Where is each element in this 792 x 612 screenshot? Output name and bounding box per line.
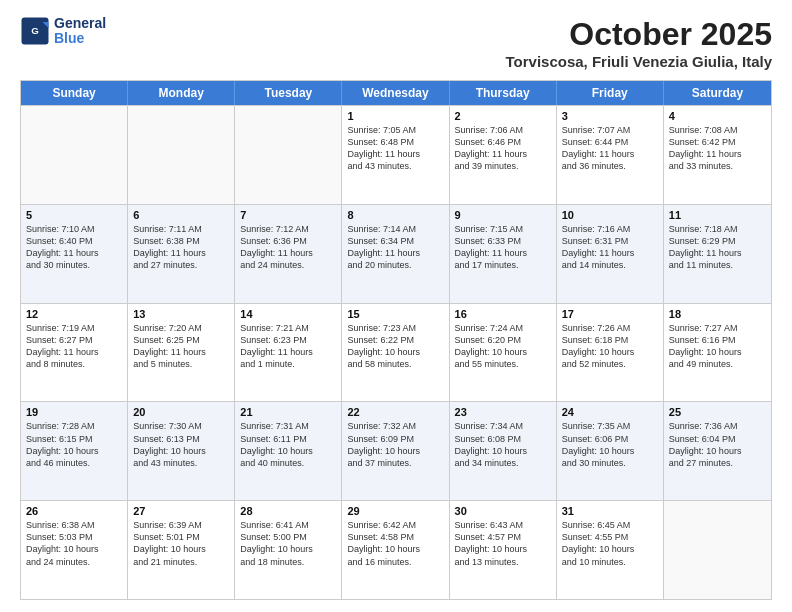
day-cell-29: 29Sunrise: 6:42 AM Sunset: 4:58 PM Dayli… [342,501,449,599]
day-number: 29 [347,505,443,517]
empty-cell [235,106,342,204]
day-cell-8: 8Sunrise: 7:14 AM Sunset: 6:34 PM Daylig… [342,205,449,303]
day-cell-13: 13Sunrise: 7:20 AM Sunset: 6:25 PM Dayli… [128,304,235,402]
day-info: Sunrise: 7:23 AM Sunset: 6:22 PM Dayligh… [347,322,443,371]
day-cell-20: 20Sunrise: 7:30 AM Sunset: 6:13 PM Dayli… [128,402,235,500]
day-info: Sunrise: 7:16 AM Sunset: 6:31 PM Dayligh… [562,223,658,272]
day-cell-17: 17Sunrise: 7:26 AM Sunset: 6:18 PM Dayli… [557,304,664,402]
day-cell-15: 15Sunrise: 7:23 AM Sunset: 6:22 PM Dayli… [342,304,449,402]
day-number: 25 [669,406,766,418]
day-info: Sunrise: 6:43 AM Sunset: 4:57 PM Dayligh… [455,519,551,568]
day-cell-22: 22Sunrise: 7:32 AM Sunset: 6:09 PM Dayli… [342,402,449,500]
day-number: 22 [347,406,443,418]
day-info: Sunrise: 7:12 AM Sunset: 6:36 PM Dayligh… [240,223,336,272]
day-number: 7 [240,209,336,221]
location-title: Torviscosa, Friuli Venezia Giulia, Italy [506,53,772,70]
day-number: 28 [240,505,336,517]
day-number: 20 [133,406,229,418]
day-info: Sunrise: 7:28 AM Sunset: 6:15 PM Dayligh… [26,420,122,469]
logo: G General Blue [20,16,106,47]
day-cell-14: 14Sunrise: 7:21 AM Sunset: 6:23 PM Dayli… [235,304,342,402]
day-number: 26 [26,505,122,517]
logo-line2: Blue [54,31,106,46]
month-title: October 2025 [506,16,772,53]
day-number: 30 [455,505,551,517]
day-number: 15 [347,308,443,320]
header-day-friday: Friday [557,81,664,105]
day-number: 6 [133,209,229,221]
day-number: 19 [26,406,122,418]
day-cell-16: 16Sunrise: 7:24 AM Sunset: 6:20 PM Dayli… [450,304,557,402]
day-cell-26: 26Sunrise: 6:38 AM Sunset: 5:03 PM Dayli… [21,501,128,599]
day-cell-2: 2Sunrise: 7:06 AM Sunset: 6:46 PM Daylig… [450,106,557,204]
day-number: 21 [240,406,336,418]
header-day-sunday: Sunday [21,81,128,105]
day-info: Sunrise: 7:07 AM Sunset: 6:44 PM Dayligh… [562,124,658,173]
day-info: Sunrise: 7:05 AM Sunset: 6:48 PM Dayligh… [347,124,443,173]
day-number: 13 [133,308,229,320]
day-info: Sunrise: 6:45 AM Sunset: 4:55 PM Dayligh… [562,519,658,568]
header-day-tuesday: Tuesday [235,81,342,105]
day-cell-12: 12Sunrise: 7:19 AM Sunset: 6:27 PM Dayli… [21,304,128,402]
page: G General Blue October 2025 Torviscosa, … [0,0,792,612]
day-cell-24: 24Sunrise: 7:35 AM Sunset: 6:06 PM Dayli… [557,402,664,500]
day-info: Sunrise: 7:34 AM Sunset: 6:08 PM Dayligh… [455,420,551,469]
day-cell-25: 25Sunrise: 7:36 AM Sunset: 6:04 PM Dayli… [664,402,771,500]
day-number: 17 [562,308,658,320]
day-cell-3: 3Sunrise: 7:07 AM Sunset: 6:44 PM Daylig… [557,106,664,204]
day-info: Sunrise: 7:27 AM Sunset: 6:16 PM Dayligh… [669,322,766,371]
calendar-row-3: 19Sunrise: 7:28 AM Sunset: 6:15 PM Dayli… [21,401,771,500]
day-number: 10 [562,209,658,221]
header: G General Blue October 2025 Torviscosa, … [20,16,772,70]
day-cell-19: 19Sunrise: 7:28 AM Sunset: 6:15 PM Dayli… [21,402,128,500]
day-number: 23 [455,406,551,418]
day-cell-5: 5Sunrise: 7:10 AM Sunset: 6:40 PM Daylig… [21,205,128,303]
day-info: Sunrise: 7:08 AM Sunset: 6:42 PM Dayligh… [669,124,766,173]
day-info: Sunrise: 7:30 AM Sunset: 6:13 PM Dayligh… [133,420,229,469]
day-info: Sunrise: 7:15 AM Sunset: 6:33 PM Dayligh… [455,223,551,272]
calendar-body: 1Sunrise: 7:05 AM Sunset: 6:48 PM Daylig… [21,105,771,599]
day-info: Sunrise: 7:31 AM Sunset: 6:11 PM Dayligh… [240,420,336,469]
day-number: 1 [347,110,443,122]
day-info: Sunrise: 7:11 AM Sunset: 6:38 PM Dayligh… [133,223,229,272]
day-number: 14 [240,308,336,320]
header-day-saturday: Saturday [664,81,771,105]
day-cell-30: 30Sunrise: 6:43 AM Sunset: 4:57 PM Dayli… [450,501,557,599]
day-cell-23: 23Sunrise: 7:34 AM Sunset: 6:08 PM Dayli… [450,402,557,500]
day-info: Sunrise: 7:36 AM Sunset: 6:04 PM Dayligh… [669,420,766,469]
day-info: Sunrise: 7:19 AM Sunset: 6:27 PM Dayligh… [26,322,122,371]
day-info: Sunrise: 7:06 AM Sunset: 6:46 PM Dayligh… [455,124,551,173]
day-number: 4 [669,110,766,122]
day-cell-21: 21Sunrise: 7:31 AM Sunset: 6:11 PM Dayli… [235,402,342,500]
day-info: Sunrise: 6:42 AM Sunset: 4:58 PM Dayligh… [347,519,443,568]
svg-text:G: G [31,25,39,36]
logo-line1: General [54,16,106,31]
calendar-header: SundayMondayTuesdayWednesdayThursdayFrid… [21,81,771,105]
day-number: 27 [133,505,229,517]
day-number: 9 [455,209,551,221]
header-day-monday: Monday [128,81,235,105]
empty-cell [664,501,771,599]
day-info: Sunrise: 7:26 AM Sunset: 6:18 PM Dayligh… [562,322,658,371]
day-number: 11 [669,209,766,221]
calendar-row-1: 5Sunrise: 7:10 AM Sunset: 6:40 PM Daylig… [21,204,771,303]
day-number: 24 [562,406,658,418]
day-cell-27: 27Sunrise: 6:39 AM Sunset: 5:01 PM Dayli… [128,501,235,599]
day-number: 2 [455,110,551,122]
day-number: 3 [562,110,658,122]
day-info: Sunrise: 6:41 AM Sunset: 5:00 PM Dayligh… [240,519,336,568]
day-cell-10: 10Sunrise: 7:16 AM Sunset: 6:31 PM Dayli… [557,205,664,303]
day-info: Sunrise: 7:10 AM Sunset: 6:40 PM Dayligh… [26,223,122,272]
day-number: 18 [669,308,766,320]
day-info: Sunrise: 7:21 AM Sunset: 6:23 PM Dayligh… [240,322,336,371]
day-number: 31 [562,505,658,517]
day-info: Sunrise: 7:20 AM Sunset: 6:25 PM Dayligh… [133,322,229,371]
day-number: 12 [26,308,122,320]
day-info: Sunrise: 7:35 AM Sunset: 6:06 PM Dayligh… [562,420,658,469]
day-cell-28: 28Sunrise: 6:41 AM Sunset: 5:00 PM Dayli… [235,501,342,599]
day-info: Sunrise: 6:38 AM Sunset: 5:03 PM Dayligh… [26,519,122,568]
day-number: 5 [26,209,122,221]
title-block: October 2025 Torviscosa, Friuli Venezia … [506,16,772,70]
calendar-row-4: 26Sunrise: 6:38 AM Sunset: 5:03 PM Dayli… [21,500,771,599]
empty-cell [128,106,235,204]
